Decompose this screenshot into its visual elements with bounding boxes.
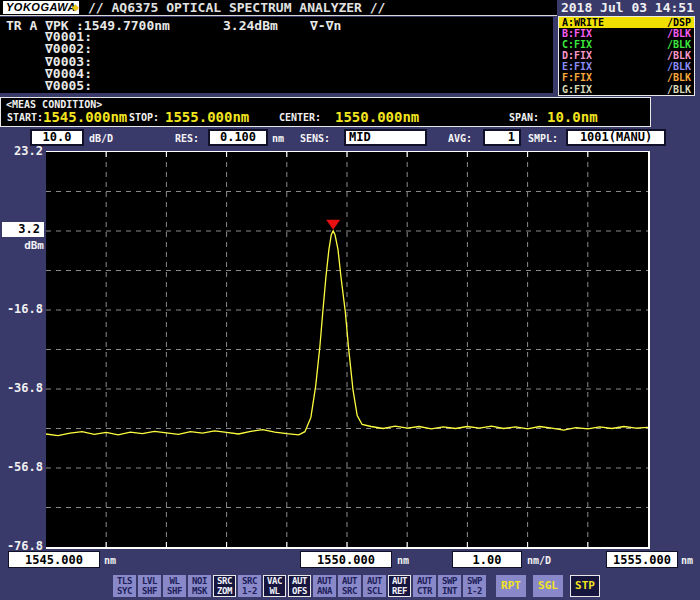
button-label: SHF	[138, 586, 161, 596]
spectrum-trace-svg	[46, 152, 648, 547]
trace-label: C:FIX	[562, 39, 592, 50]
button-aut-ref[interactable]: AUTREF	[388, 575, 411, 597]
trace-row-b[interactable]: B:FIX/BLK	[559, 28, 694, 39]
button-src-zom[interactable]: SRCZOM	[213, 575, 236, 597]
start-label: START:	[7, 112, 43, 123]
button-label: REF	[389, 586, 410, 596]
db-per-div-unit: dB/D	[89, 133, 113, 144]
x-right-field[interactable]: 1555.000	[606, 551, 678, 568]
y-axis-tick-label: 23.2	[0, 144, 43, 158]
trace-row-e[interactable]: E:FIX/BLK	[559, 61, 694, 72]
trace-row-a[interactable]: A:WRITE/DSP	[559, 17, 694, 28]
x-center-field[interactable]: 1550.000	[300, 551, 392, 568]
trace-display-mode: /BLK	[667, 28, 691, 39]
trace-display-mode: /BLK	[667, 50, 691, 61]
span-value[interactable]: 10.0nm	[547, 109, 598, 125]
y-axis-tick-label: -56.8	[0, 460, 43, 474]
button-label: SYC	[113, 586, 136, 596]
title-bar: YOKOGAWA ◆ // AQ6375 OPTICAL SPECTRUM AN…	[0, 0, 557, 16]
trace-label: D:FIX	[562, 50, 592, 61]
button-label: MSK	[188, 586, 211, 596]
osa-screen: YOKOGAWA ◆ // AQ6375 OPTICAL SPECTRUM AN…	[0, 0, 700, 600]
trace-display-mode: /BLK	[667, 72, 691, 83]
button-label: SHF	[163, 586, 186, 596]
page-title: // AQ6375 OPTICAL SPECTRUM ANALYZER //	[88, 1, 385, 15]
button-label: 1-2	[238, 586, 261, 596]
trace-row-g[interactable]: G:FIX/BLK	[559, 84, 694, 95]
button-lvl-shf[interactable]: LVLSHF	[138, 575, 161, 597]
button-label: AUT	[413, 576, 436, 586]
button-label: CTR	[413, 586, 436, 596]
button-aut-ana[interactable]: AUTANA	[313, 575, 336, 597]
span-label: SPAN:	[509, 112, 539, 123]
button-label: AUT	[313, 576, 336, 586]
marker-slot: ∇0005:	[45, 80, 92, 92]
button-swp-int[interactable]: SWPINT	[438, 575, 461, 597]
start-value[interactable]: 1545.000nm	[43, 109, 127, 125]
button-aut-ctr[interactable]: AUTCTR	[413, 575, 436, 597]
button-label: ANA	[313, 586, 336, 596]
res-unit: nm	[272, 133, 284, 144]
avg-field[interactable]: 1	[483, 129, 521, 146]
sweep-control-group: RPTSGLSTP	[496, 575, 607, 597]
softkey-toolbar: TLSSYCLVLSHFWLSHFNOIMSKSRCZOMSRC1-2VACWL…	[113, 575, 488, 597]
trace-row-d[interactable]: D:FIX/BLK	[559, 50, 694, 61]
button-label: SRC	[214, 576, 235, 586]
smpl-field[interactable]: 1001(MANU)	[566, 129, 666, 146]
datetime: 2018 Jul 03 14:51	[561, 1, 694, 15]
button-stp[interactable]: STP	[570, 575, 600, 597]
x-left-unit: nm	[104, 555, 116, 566]
center-value[interactable]: 1550.000nm	[335, 109, 419, 125]
trace-display-mode: /BLK	[667, 84, 691, 95]
button-noi-msk[interactable]: NOIMSK	[188, 575, 211, 597]
sens-label: SENS:	[300, 133, 330, 144]
trace-readout-panel: TR A ∇PK :1549.7700nm 3.24dBm ∇-∇n ∇0001…	[0, 17, 553, 93]
yokogawa-logo: YOKOGAWA	[3, 1, 79, 14]
res-field[interactable]: 0.100	[208, 129, 268, 146]
button-label: AUT	[363, 576, 386, 586]
peak-marker-icon	[326, 220, 340, 230]
trace-display-mode: /BLK	[667, 39, 691, 50]
button-label: TLS	[113, 576, 136, 586]
button-sgl[interactable]: SGL	[533, 575, 563, 597]
marker-mode: ∇-∇n	[310, 18, 341, 33]
sens-field[interactable]: MID	[344, 129, 427, 146]
button-tls-syc[interactable]: TLSSYC	[113, 575, 136, 597]
trace-display-mode: /BLK	[667, 61, 691, 72]
button-src-1-2[interactable]: SRC1-2	[238, 575, 261, 597]
x-left-field[interactable]: 1545.000	[8, 551, 100, 568]
button-label: AUT	[338, 576, 361, 586]
ref-level-field[interactable]: 3.2	[2, 222, 44, 237]
button-wl-shf[interactable]: WLSHF	[163, 575, 186, 597]
x-per-div-field[interactable]: 1.00	[452, 551, 522, 568]
x-right-unit: nm	[681, 555, 693, 566]
button-label: INT	[438, 586, 461, 596]
button-label: NOI	[188, 576, 211, 586]
res-label: RES:	[175, 133, 199, 144]
peak-level-value: 3.24dBm	[223, 18, 278, 33]
stop-value[interactable]: 1555.000nm	[165, 109, 249, 125]
button-aut-ofs[interactable]: AUTOFS	[288, 575, 311, 597]
button-label: ZOM	[214, 586, 235, 596]
ref-level-unit: dBm	[2, 239, 44, 252]
button-aut-src[interactable]: AUTSRC	[338, 575, 361, 597]
trace-label: E:FIX	[562, 61, 592, 72]
meas-condition-bar: <MEAS CONDITION> START: 1545.000nm STOP:…	[0, 97, 651, 127]
x-per-div-unit: nm/D	[527, 555, 551, 566]
smpl-label: SMPL:	[528, 133, 558, 144]
avg-label: AVG:	[448, 133, 472, 144]
y-axis-tick-label: -36.8	[0, 381, 43, 395]
trace-label: F:FIX	[562, 72, 592, 83]
button-vac-wl[interactable]: VACWL	[263, 575, 286, 597]
button-label: WL	[163, 576, 186, 586]
stop-label: STOP:	[129, 112, 159, 123]
button-rpt[interactable]: RPT	[496, 575, 526, 597]
trace-row-c[interactable]: C:FIX/BLK	[559, 39, 694, 50]
trace-row-f[interactable]: F:FIX/BLK	[559, 72, 694, 83]
trace-display-mode: /DSP	[667, 17, 691, 28]
spectrum-plot	[46, 151, 650, 549]
button-label: AUT	[389, 576, 410, 586]
button-swp-1-2[interactable]: SWP1-2	[463, 575, 486, 597]
button-aut-scl[interactable]: AUTSCL	[363, 575, 386, 597]
button-label: SCL	[363, 586, 386, 596]
